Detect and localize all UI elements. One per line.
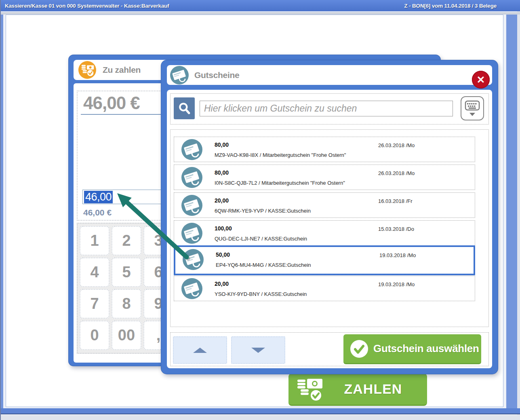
window-frame <box>517 0 520 420</box>
amount-sub: 46,00 € <box>83 208 112 217</box>
pos-app-window: Kassieren/Kasse 01 von 000 Systemverwalt… <box>0 0 520 420</box>
voucher-row-selected[interactable]: 50,00 EP4-YQ6-MU4-M4G / KASSE:Gutschein … <box>174 245 475 275</box>
numpad-key-5[interactable]: 5 <box>112 257 141 287</box>
down-arrow-icon <box>251 348 265 353</box>
voucher-icon <box>181 278 202 301</box>
voucher-date: 19.03.2018 /Mo <box>379 252 416 258</box>
title-bar: Kassieren/Kasse 01 von 000 Systemverwalt… <box>0 0 520 11</box>
pay-orange-icon <box>78 61 96 79</box>
voucher-date: 26.03.2018 /Mo <box>378 142 415 148</box>
search-icon <box>178 102 191 115</box>
voucher-dialog-body: 80,00 MZ9-VAO-K98-I8X / Mitarbeitergutsc… <box>167 90 492 368</box>
voucher-amount: 80,00 <box>215 141 229 148</box>
window-frame <box>0 415 520 420</box>
up-arrow-icon <box>193 348 207 353</box>
close-icon[interactable]: ✕ <box>472 71 490 89</box>
voucher-icon <box>170 66 189 84</box>
voucher-icon <box>181 167 202 190</box>
voucher-dialog: Gutscheine ✕ <box>161 60 498 374</box>
title-bar-divider <box>0 12 520 15</box>
numpad-key-00[interactable]: 00 <box>112 321 141 350</box>
voucher-code: YSO-KIY-9YD-BNY / KASSE:Gutschein <box>215 291 307 297</box>
voucher-scroll-down-button[interactable] <box>231 336 285 364</box>
voucher-code: EP4-YQ6-MU4-M4G / KASSE:Gutschein <box>216 262 311 268</box>
voucher-amount: 80,00 <box>215 169 229 176</box>
voucher-code: 6QW-RMK-YE9-YVP / KASSE:Gutschein <box>215 208 311 214</box>
amount-input-selected-text: 46,00 <box>84 191 113 203</box>
window-frame <box>506 12 517 410</box>
pay-dialog-title: Zu zahlen <box>103 65 141 75</box>
voucher-amount: 20,00 <box>215 197 229 204</box>
voucher-row[interactable]: 80,00 MZ9-VAO-K98-I8X / Mitarbeitergutsc… <box>174 137 475 162</box>
voucher-dialog-header: Gutscheine ✕ <box>167 65 492 85</box>
voucher-list: 80,00 MZ9-VAO-K98-I8X / Mitarbeitergutsc… <box>170 129 489 327</box>
keyboard-button[interactable] <box>461 96 484 120</box>
voucher-scroll-up-button[interactable] <box>173 336 227 364</box>
voucher-icon <box>181 223 202 245</box>
window-frame <box>0 0 1 420</box>
window-frame <box>503 15 506 410</box>
voucher-row[interactable]: 100,00 QUG-DEC-LJI-NE7 / KASSE:Gutschein… <box>174 220 475 246</box>
voucher-date: 19.03.2018 /Mo <box>378 281 415 287</box>
voucher-date: 16.03.2018 /Fr <box>378 198 413 204</box>
numpad-key-0[interactable]: 0 <box>80 321 109 350</box>
window-frame <box>0 408 520 414</box>
voucher-amount: 20,00 <box>215 281 229 287</box>
money-check-icon <box>295 376 325 402</box>
pay-button-label: ZAHLEN <box>325 381 421 397</box>
voucher-code: I0N-S8C-QJB-7L2 / Mitarbeitergutschein "… <box>215 180 345 186</box>
bon-status: Z - BON[6] vom 11.04.2018 / 3 Belege <box>404 3 497 9</box>
voucher-dialog-title: Gutscheine <box>194 70 239 80</box>
voucher-icon <box>183 249 204 272</box>
pay-button[interactable]: ZAHLEN <box>288 374 427 406</box>
numpad-key-8[interactable]: 8 <box>112 289 141 319</box>
voucher-date: 15.03.2018 /Do <box>378 226 414 232</box>
select-voucher-label: Gutschein auswählen <box>373 342 479 355</box>
numpad-key-2[interactable]: 2 <box>112 226 141 255</box>
voucher-row[interactable]: 20,00 YSO-KIY-9YD-BNY / KASSE:Gutschein … <box>174 276 475 301</box>
window-frame <box>1 12 3 410</box>
voucher-amount: 50,00 <box>216 251 230 258</box>
voucher-icon <box>181 139 202 162</box>
voucher-actions: Gutschein auswählen <box>170 332 489 366</box>
amount-due: 46,00 € <box>83 93 140 113</box>
keyboard-icon <box>464 99 481 117</box>
select-voucher-button[interactable]: Gutschein auswählen <box>343 334 481 364</box>
voucher-search-input[interactable] <box>200 101 453 116</box>
search-section <box>170 93 489 125</box>
search-button[interactable] <box>174 97 195 119</box>
voucher-date: 26.03.2018 /Mo <box>378 170 415 176</box>
check-icon <box>350 340 368 358</box>
window-title: Kassieren/Kasse 01 von 000 Systemverwalt… <box>5 3 169 9</box>
voucher-icon <box>181 195 202 217</box>
voucher-row[interactable]: 80,00 I0N-S8C-QJB-7L2 / Mitarbeitergutsc… <box>174 165 475 190</box>
voucher-row[interactable]: 20,00 6QW-RMK-YE9-YVP / KASSE:Gutschein … <box>174 192 475 218</box>
voucher-code: QUG-DEC-LJI-NE7 / KASSE:Gutschein <box>215 236 307 242</box>
numpad-key-1[interactable]: 1 <box>80 226 109 255</box>
numpad-key-7[interactable]: 7 <box>80 289 109 319</box>
voucher-amount: 100,00 <box>215 225 232 232</box>
voucher-code: MZ9-VAO-K98-I8X / Mitarbeitergutschein "… <box>215 152 346 158</box>
numpad-key-4[interactable]: 4 <box>80 257 109 287</box>
